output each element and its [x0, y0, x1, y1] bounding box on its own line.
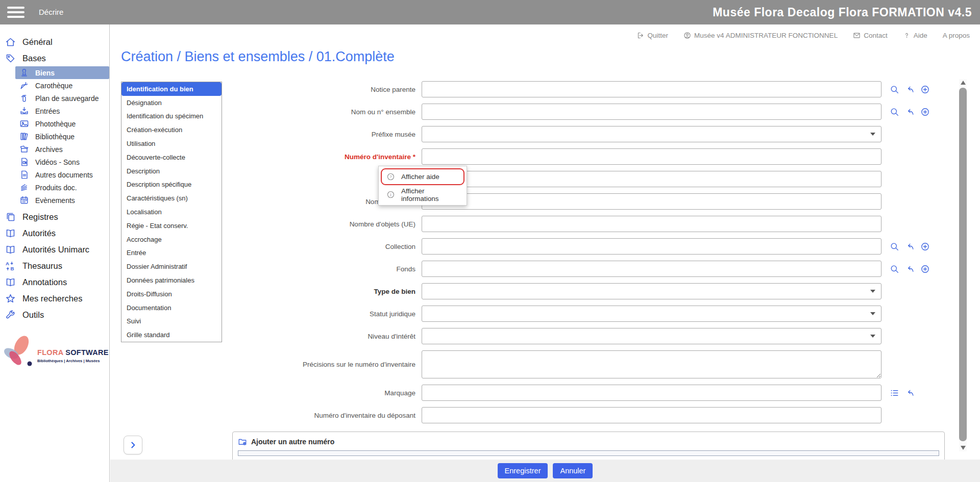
sidebar-item-produits-doc[interactable]: Produits doc.	[0, 181, 109, 194]
tab-creation-execution[interactable]: Création-exécution	[121, 123, 222, 137]
tab-suivi[interactable]: Suivi	[121, 315, 222, 328]
tab-documentation[interactable]: Documentation	[121, 301, 222, 315]
a-propos-link[interactable]: A propos	[943, 32, 970, 39]
tab-decouverte-collecte[interactable]: Découverte-collecte	[121, 150, 222, 164]
undo-icon[interactable]	[905, 107, 915, 117]
list-icon[interactable]	[890, 388, 899, 398]
numero-inventaire-input[interactable]	[422, 148, 881, 165]
sidebar-item-label: Général	[22, 37, 53, 47]
aide-link[interactable]: Aide	[903, 32, 927, 39]
sidebar-item-carotheque[interactable]: Carothèque	[0, 79, 109, 92]
sidebar-item-evenements[interactable]: Evènements	[0, 194, 109, 207]
prefixe-musee-select[interactable]	[422, 126, 881, 142]
tab-regie-etat-conserv[interactable]: Régie - Etat conserv.	[121, 219, 222, 233]
fonds-input[interactable]	[422, 261, 881, 277]
sidebar-item-autres-documents[interactable]: Autres documents	[0, 168, 109, 181]
marquage-input[interactable]	[422, 385, 881, 401]
sidebar-item-biens[interactable]: Biens	[15, 66, 109, 79]
add-circle-icon[interactable]	[920, 85, 930, 94]
afficher-aide-item[interactable]: ? Afficher aide	[381, 168, 464, 185]
archive-box-icon	[19, 144, 29, 154]
add-circle-icon[interactable]	[920, 242, 930, 251]
quantite-input[interactable]	[422, 171, 881, 187]
bust-icon	[19, 68, 29, 78]
sidebar-item-mes-recherches[interactable]: Mes recherches	[0, 290, 109, 307]
sidebar-item-autorites-unimarc[interactable]: Autorités Unimarc	[0, 241, 109, 258]
sidebar-item-bases[interactable]: Bases	[0, 50, 109, 66]
scroll-up-icon[interactable]	[961, 81, 966, 85]
search-icon[interactable]	[890, 242, 899, 251]
sidebar-item-label: Autorités	[22, 229, 56, 238]
niveau-interet-select[interactable]	[422, 328, 881, 344]
form-row: Collection	[110, 238, 960, 255]
sidebar-item-annotations[interactable]: Annotations	[0, 274, 109, 290]
tab-identification-du-bien[interactable]: Identification du bien	[121, 82, 222, 96]
form-row: Précisions sur le numéro d'inventaire	[110, 350, 960, 378]
tab-utilisation[interactable]: Utilisation	[121, 137, 222, 150]
sidebar-item-general[interactable]: Général	[0, 34, 109, 50]
tab-droits-diffusion[interactable]: Droits-Diffusion	[121, 287, 222, 301]
contact-link[interactable]: Contact	[853, 32, 888, 39]
section-menu: Identification du bien Désignation Ident…	[121, 82, 222, 342]
sidebar-item-thesaurus[interactable]: AB Thesaurus	[0, 258, 109, 274]
cancel-button[interactable]: Annuler	[553, 463, 593, 478]
tab-designation[interactable]: Désignation	[121, 96, 222, 110]
sidebar-item-label: Annotations	[22, 277, 67, 287]
user-circle-icon	[683, 32, 691, 39]
sidebar-item-archives[interactable]: Archives	[0, 143, 109, 156]
form-row: Numéro d'inventaire du déposant	[110, 407, 960, 423]
nombre-objets-ue-input[interactable]	[422, 216, 881, 232]
sidebar-item-autorites[interactable]: Autorités	[0, 225, 109, 241]
sidebar-item-entrees[interactable]: Entrées	[0, 105, 109, 117]
undo-icon[interactable]	[905, 388, 915, 398]
add-circle-icon[interactable]	[920, 264, 930, 274]
module-label: Décrire	[39, 0, 63, 24]
sidebar-item-label: Mes recherches	[22, 294, 82, 303]
sidebar-item-registres[interactable]: Registres	[0, 209, 109, 225]
type-bien-select[interactable]	[422, 283, 881, 299]
ajouter-autre-numero-section: Ajouter un autre numéro	[232, 432, 945, 460]
hamburger-menu-icon[interactable]	[7, 7, 24, 18]
tab-accrochage[interactable]: Accrochage	[121, 233, 222, 246]
tab-identification-du-specimen[interactable]: Identification du spécimen	[121, 110, 222, 123]
tab-grille-standard[interactable]: Grille standard	[121, 328, 222, 342]
flora-software-logo: FLORA SOFTWARE Bibliothèques | Archives …	[0, 331, 109, 379]
expand-panel-button[interactable]	[124, 436, 142, 454]
afficher-informations-item[interactable]: i Afficher informations	[381, 186, 464, 203]
form-row: Nombre d'objets (UE)	[110, 216, 960, 232]
undo-icon[interactable]	[905, 264, 915, 274]
quitter-link[interactable]: Quitter	[637, 32, 669, 39]
undo-icon[interactable]	[905, 242, 915, 251]
search-icon[interactable]	[890, 264, 899, 274]
tab-donnees-patrimoniales[interactable]: Données patrimoniales	[121, 273, 222, 287]
user-account-link[interactable]: Musée v4 ADMINISTRATEUR FONCTIONNEL	[683, 32, 838, 39]
search-icon[interactable]	[890, 107, 899, 117]
nom-ensemble-input[interactable]	[422, 104, 881, 120]
sidebar-item-label: Produits doc.	[35, 184, 77, 192]
tab-caracteristiques-sn[interactable]: Caractéristiques (sn)	[121, 191, 222, 205]
scrollbar-thumb[interactable]	[959, 88, 967, 441]
tab-description[interactable]: Description	[121, 164, 222, 178]
statut-juridique-select[interactable]	[422, 306, 881, 322]
collection-input[interactable]	[422, 238, 881, 255]
sidebar-item-videos-sons[interactable]: Vidéos - Sons	[0, 156, 109, 168]
add-circle-icon[interactable]	[920, 107, 930, 117]
tab-entree[interactable]: Entrée	[121, 246, 222, 260]
notice-parente-input[interactable]	[422, 81, 881, 97]
tab-dossier-administratif[interactable]: Dossier Administratif	[121, 260, 222, 273]
sidebar-item-phototheque[interactable]: Photothèque	[0, 117, 109, 130]
precisions-textarea[interactable]	[422, 350, 881, 378]
sidebar-item-outils[interactable]: Outils	[0, 307, 109, 323]
search-icon[interactable]	[890, 85, 899, 94]
undo-icon[interactable]	[905, 85, 915, 94]
tab-description-specifique[interactable]: Description spécifique	[121, 178, 222, 192]
sidebar-item-plan-de-sauvegarde[interactable]: Plan de sauvegarde	[0, 92, 109, 105]
numero-deposant-input[interactable]	[422, 407, 881, 423]
scroll-down-icon[interactable]	[961, 446, 966, 450]
sidebar-item-label: Photothèque	[35, 120, 76, 128]
group-header: Ajouter un autre numéro	[233, 432, 944, 450]
tab-localisation[interactable]: Localisation	[121, 205, 222, 219]
sidebar-item-bibliotheque[interactable]: Bibliothèque	[0, 130, 109, 143]
save-button[interactable]: Enregistrer	[498, 463, 548, 478]
nombre-objets-input[interactable]	[422, 193, 881, 210]
